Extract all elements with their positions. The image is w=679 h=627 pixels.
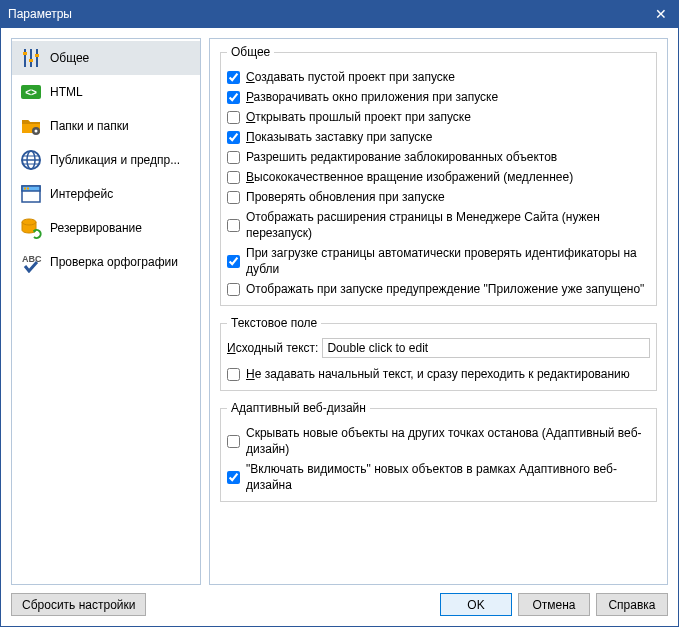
sidebar-item-label: Публикация и предпр... — [50, 153, 180, 167]
sidebar-item-html[interactable]: <> HTML — [12, 75, 200, 109]
general-row[interactable]: Создавать пустой проект при запуске — [227, 67, 650, 87]
checkbox-input[interactable] — [227, 471, 240, 484]
checkbox-label: Скрывать новые объекты на других точках … — [246, 425, 650, 457]
help-button[interactable]: Справка — [596, 593, 668, 616]
dialog-buttons: Сбросить настройки OK Отмена Справка — [11, 593, 668, 616]
general-row[interactable]: Показывать заставку при запуске — [227, 127, 650, 147]
reset-button[interactable]: Сбросить настройки — [11, 593, 146, 616]
sidebar-item-label: Общее — [50, 51, 89, 65]
sidebar-item-backup[interactable]: Резервирование — [12, 211, 200, 245]
general-row[interactable]: При загрузке страницы автоматически пров… — [227, 243, 650, 279]
sidebar-item-label: Папки и папки — [50, 119, 129, 133]
checkbox-label: Проверять обновления при запуске — [246, 189, 445, 205]
checkbox-label: Разворачивать окно приложения при запуск… — [246, 89, 498, 105]
checkbox-input[interactable] — [227, 191, 240, 204]
svg-text:ABC: ABC — [22, 254, 42, 264]
checkbox-label: При загрузке страницы автоматически пров… — [246, 245, 650, 277]
checkbox-input[interactable] — [227, 219, 240, 232]
sidebar-item-label: HTML — [50, 85, 83, 99]
group-responsive-legend: Адаптивный веб-дизайн — [227, 401, 370, 415]
svg-rect-3 — [23, 52, 27, 55]
svg-text:<>: <> — [25, 87, 37, 98]
checkbox-input[interactable] — [227, 435, 240, 448]
checkbox-input[interactable] — [227, 368, 240, 381]
group-general-legend: Общее — [227, 45, 274, 59]
group-general: Общее Создавать пустой проект при запуск… — [220, 45, 657, 306]
general-row[interactable]: Разворачивать окно приложения при запуск… — [227, 87, 650, 107]
group-textfield: Текстовое поле Исходный текст: Не задава… — [220, 316, 657, 391]
svg-rect-5 — [35, 54, 39, 57]
checkbox-input[interactable] — [227, 91, 240, 104]
sidebar-item-label: Резервирование — [50, 221, 142, 235]
checkbox-input[interactable] — [227, 283, 240, 296]
checkbox-input[interactable] — [227, 111, 240, 124]
sidebar-item-folders[interactable]: Папки и папки — [12, 109, 200, 143]
sidebar-item-label: Проверка орфографии — [50, 255, 178, 269]
group-responsive: Адаптивный веб-дизайн Скрывать новые объ… — [220, 401, 657, 502]
sidebar-item-label: Интерфейс — [50, 187, 113, 201]
sidebar-item-publish[interactable]: Публикация и предпр... — [12, 143, 200, 177]
general-row[interactable]: Отображать расширения страницы в Менедже… — [227, 207, 650, 243]
checkbox-input[interactable] — [227, 255, 240, 268]
sliders-icon — [20, 47, 42, 69]
svg-point-9 — [35, 130, 38, 133]
checkbox-input[interactable] — [227, 151, 240, 164]
group-textfield-legend: Текстовое поле — [227, 316, 321, 330]
titlebar: Параметры ✕ — [0, 0, 679, 28]
checkbox-label: Отображать расширения страницы в Менедже… — [246, 209, 650, 241]
svg-rect-18 — [27, 188, 29, 190]
checkbox-label: Создавать пустой проект при запуске — [246, 69, 455, 85]
sidebar: Общее <> HTML — [11, 38, 201, 585]
checkbox-input[interactable] — [227, 171, 240, 184]
source-text-label: Исходный текст: — [227, 341, 318, 355]
checkbox-label: Не задавать начальный текст, и сразу пер… — [246, 366, 630, 382]
checkbox-label: Разрешить редактирование заблокированных… — [246, 149, 557, 165]
database-refresh-icon — [20, 217, 42, 239]
checkbox-skip-initial[interactable]: Не задавать начальный текст, и сразу пер… — [227, 364, 650, 384]
svg-rect-4 — [29, 59, 33, 62]
checkbox-input[interactable] — [227, 131, 240, 144]
sidebar-item-interface[interactable]: Интерфейс — [12, 177, 200, 211]
responsive-row[interactable]: "Включать видимость" новых объектов в ра… — [227, 459, 650, 495]
checkbox-input[interactable] — [227, 71, 240, 84]
folder-gear-icon — [20, 115, 42, 137]
checkbox-label: Показывать заставку при запуске — [246, 129, 432, 145]
general-row[interactable]: Разрешить редактирование заблокированных… — [227, 147, 650, 167]
general-row[interactable]: Отображать при запуске предупреждение "П… — [227, 279, 650, 299]
html-icon: <> — [20, 81, 42, 103]
globe-icon — [20, 149, 42, 171]
checkbox-label: "Включать видимость" новых объектов в ра… — [246, 461, 650, 493]
checkbox-label: Высококачественное вращение изображений … — [246, 169, 573, 185]
general-row[interactable]: Открывать прошлый проект при запуске — [227, 107, 650, 127]
spellcheck-icon: ABC — [20, 251, 42, 273]
responsive-row[interactable]: Скрывать новые объекты на других точках … — [227, 423, 650, 459]
general-row[interactable]: Высококачественное вращение изображений … — [227, 167, 650, 187]
checkbox-label: Отображать при запуске предупреждение "П… — [246, 281, 644, 297]
close-icon[interactable]: ✕ — [651, 6, 671, 22]
sidebar-item-spellcheck[interactable]: ABC Проверка орфографии — [12, 245, 200, 279]
svg-rect-17 — [24, 188, 26, 190]
checkbox-label: Открывать прошлый проект при запуске — [246, 109, 471, 125]
ok-button[interactable]: OK — [440, 593, 512, 616]
sidebar-item-general[interactable]: Общее — [12, 41, 200, 75]
window-title: Параметры — [8, 7, 72, 21]
source-text-input[interactable] — [322, 338, 650, 358]
content-panel: Общее Создавать пустой проект при запуск… — [209, 38, 668, 585]
general-row[interactable]: Проверять обновления при запуске — [227, 187, 650, 207]
cancel-button[interactable]: Отмена — [518, 593, 590, 616]
window-icon — [20, 183, 42, 205]
